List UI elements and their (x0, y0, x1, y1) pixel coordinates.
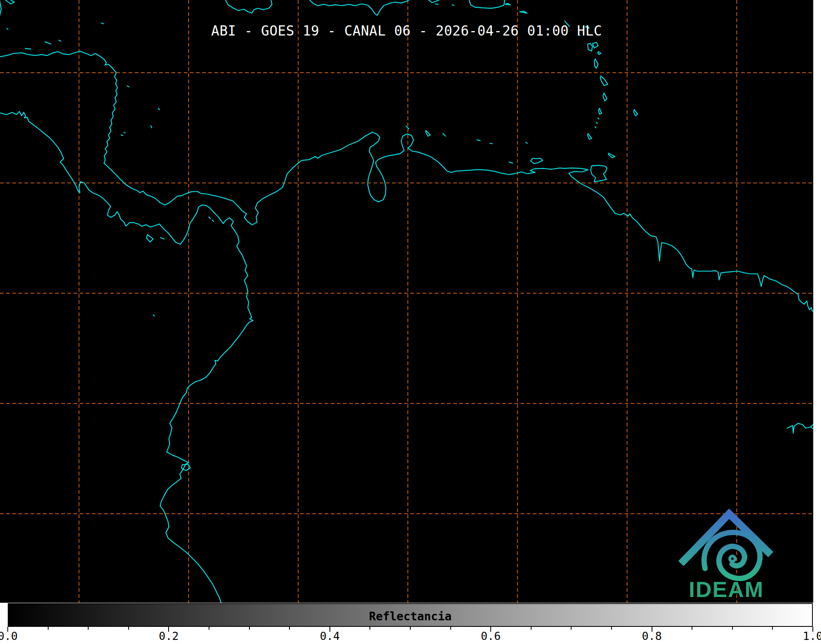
coastline-la-orchila (490, 143, 492, 144)
coastline-bonaire (443, 134, 446, 136)
coastline-grenada (587, 134, 592, 139)
coastline-roatan (45, 42, 51, 44)
coastline-aruba (406, 126, 409, 129)
coastline-st-vincent (599, 109, 602, 114)
colorbar-tick (450, 627, 451, 630)
colorbar-tick (611, 627, 612, 630)
colorbar-tick (732, 627, 733, 630)
coastline-dominica (594, 59, 599, 69)
coastline-pearl-islands-2 (212, 220, 214, 221)
coastline-amazon-mouth-north (787, 412, 813, 433)
coastline-utila (25, 49, 31, 49)
coastline-saona (435, 4, 438, 4)
reflectance-colorbar: Reflectancia (8, 603, 813, 627)
colorbar-tick-label: 0.2 (159, 630, 179, 642)
colorbar-tick-label: 1.0 (803, 630, 821, 642)
colorbar-label: Reflectancia (9, 610, 812, 623)
coastline-trinidad (591, 165, 607, 182)
colorbar-row: Reflectancia 0.00.20.40.60.81.0 (0, 603, 821, 644)
colorbar-tick (88, 627, 89, 630)
colorbar-tick-label: 0.4 (320, 630, 340, 642)
coastline-belize-coast-fragment (0, 0, 1, 16)
coastline-caribbean-mainland-coast (0, 51, 813, 328)
map-svg: IDEAM (0, 0, 813, 603)
coastline-hispaniola-south (309, 0, 409, 16)
colorbar-tick (209, 627, 209, 630)
coastline-barbados (634, 109, 638, 116)
lat-lon-graticule (0, 0, 813, 603)
coastline-martinique (601, 76, 608, 85)
coastlines-layer (0, 0, 813, 603)
coastline-corn-island-2 (124, 132, 125, 133)
coastline-tobago (609, 153, 615, 158)
coastline-amazon-mouth-south (811, 427, 813, 429)
coastline-grenadines-1 (598, 118, 599, 119)
coastline-curacao (426, 131, 430, 136)
coastline-mona (452, 5, 454, 6)
colorbar-tick (571, 627, 572, 630)
coastline-guadeloupe-west (587, 44, 592, 51)
coastline-marie-galante (598, 52, 601, 55)
coastline-st-lucia (603, 93, 607, 101)
coastline-belize-curl (6, 0, 14, 4)
coastline-la-tortuga (509, 162, 513, 163)
colorbar-tick (692, 627, 692, 630)
colorbar-tick (410, 627, 411, 630)
colorbar-tick (531, 627, 532, 630)
coastline-providencia (158, 109, 160, 110)
colorbar-tick-label: 0.6 (481, 630, 501, 642)
coastline-guadeloupe-east (592, 42, 598, 48)
coastline-puerto-rico-south (469, 0, 505, 8)
coastline-malpelo (153, 315, 154, 316)
coastline-jamaica (225, 0, 272, 13)
coastline-coiba (147, 234, 153, 242)
colorbar-tick-label: 0.8 (642, 630, 662, 642)
coastline-miskito-cays (127, 86, 129, 87)
coastline-corn-island-1 (121, 135, 123, 136)
coastline-cebaco (160, 238, 164, 239)
colorbar-tick (369, 627, 370, 630)
image-title: ABI - GOES 19 - CANAL 06 - 2026-04-26 01… (0, 23, 813, 39)
coastline-la-blanquilla (526, 143, 527, 143)
colorbar-tick (128, 627, 129, 630)
coastline-san-andres (151, 126, 152, 128)
coastline-los-roques (477, 140, 480, 141)
mountain-roof-icon (681, 514, 771, 564)
satellite-map-canvas: IDEAM ABI - GOES 19 - CANAL 06 - 2026-04… (0, 0, 813, 603)
coastline-margarita (531, 158, 543, 164)
colorbar-tick (289, 627, 290, 630)
coastline-pearl-islands-1 (209, 217, 210, 218)
coastline-hispaniola-east (429, 0, 439, 2)
colorbar-tick (48, 627, 49, 630)
colorbar-tick-label: 0.0 (0, 630, 18, 642)
ideam-logo: IDEAM (681, 514, 771, 602)
satellite-image-figure: IDEAM ABI - GOES 19 - CANAL 06 - 2026-04… (0, 0, 821, 644)
coastline-grenadines-3 (595, 127, 596, 128)
coastline-grenadines-2 (596, 123, 598, 124)
colorbar-tick (772, 627, 773, 630)
coastline-vieques (505, 3, 510, 5)
coastline-guanaja (59, 40, 61, 41)
ideam-wordmark: IDEAM (689, 577, 764, 602)
spiral-eye-icon (730, 556, 735, 562)
coastline-st-croix (520, 11, 527, 13)
colorbar-tick (249, 627, 250, 630)
